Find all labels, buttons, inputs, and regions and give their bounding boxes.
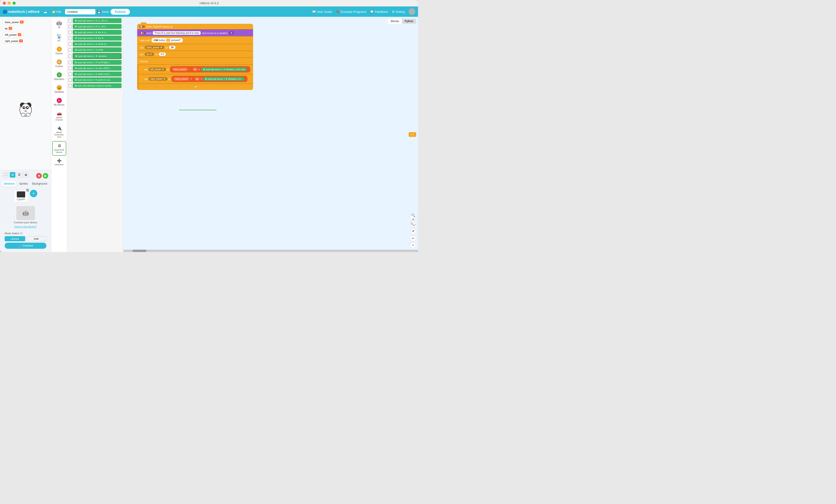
category-mbot2-chassis[interactable]: 🚗 mBot2 Chassis (52, 109, 66, 123)
block-check-2[interactable] (69, 31, 72, 34)
button-val[interactable]: B (166, 39, 170, 42)
go-button[interactable]: ▶ (43, 173, 48, 178)
setting-link[interactable]: ⚙ Setting (392, 10, 405, 14)
block-check-5[interactable] (69, 48, 72, 52)
user-guide-link[interactable]: 📖 User Guide (312, 10, 332, 14)
block-item-2[interactable]: 🖥 quad rgb sensor 1 ▼ line ▼ in... (73, 30, 121, 35)
variable-base-power[interactable]: base_power 0 (3, 20, 26, 24)
block-check-7[interactable] (69, 61, 72, 64)
publish-button[interactable]: Publish (111, 9, 130, 15)
category-quad-rgb[interactable]: 🖥 Quad RGB Sensor (52, 141, 66, 156)
block-check-0[interactable] (69, 19, 72, 22)
wait-block[interactable]: wait until button B pressed? (137, 36, 253, 44)
sensor-pill-1[interactable]: 🖥 quad rgb sensor 1 ▼ deviation (-100~10… (201, 67, 247, 71)
block-item-0[interactable]: 🖥 quad rgb sensor 1 ▼ L1, R1's li... (73, 18, 121, 23)
example-programs-link[interactable]: 🔖 Example Programs (336, 10, 366, 14)
category-mbot2-ext[interactable]: 🔌 mBot2 Extension Port (52, 124, 66, 140)
zoom-out-button[interactable]: 🔍- (410, 221, 416, 227)
multiply-expr-r[interactable]: kp × 🖥 quad rgb sensor 1 ▼ deviation (-1… (193, 76, 246, 81)
user-avatar[interactable] (408, 8, 415, 15)
print-message[interactable]: Press B to start line following and A to… (153, 31, 201, 35)
block-item-8[interactable]: 🖥 quad rgb sensor 1 ▼ turns off fill li.… (73, 66, 121, 71)
block-row-1: 🖥 quad rgb sensor 1 ▼ L1, R1's... (69, 24, 121, 29)
print-dropdown[interactable]: ▼ (229, 32, 234, 35)
math-expression-left[interactable]: base_power - kp × 🖥 quad rgb sensor 1 ▼ … (170, 66, 250, 73)
right-power-var-dropdown[interactable]: right_power ▼ (149, 77, 168, 81)
set-kp-block[interactable]: set kp ▼ to 0.5 (137, 51, 253, 57)
kp-value[interactable]: 0.5 (159, 53, 166, 56)
category-my-blocks[interactable]: fn My Blocks (52, 96, 66, 108)
hat-block[interactable]: when CyberPi starts up (137, 24, 253, 30)
block-item-5[interactable]: 🖥 quad rgb sensor 1 ▼ probe (73, 47, 121, 52)
block-item-4[interactable]: 🖥 quad rgb sensor 1 ▼ probe (1)... (73, 41, 121, 46)
hat-text: when CyberPi starts up (146, 25, 173, 28)
multiply-expr[interactable]: kp × 🖥 quad rgb sensor 1 ▼ deviation (-1… (191, 67, 248, 72)
base-power-value[interactable]: 30 (169, 46, 175, 49)
minimize-button[interactable] (8, 2, 11, 5)
block-check-11[interactable] (69, 84, 72, 88)
view-grid-2[interactable]: ⊞ (10, 172, 15, 178)
block-item-9[interactable]: 🖥 quad rgb sensor 1 ▼ define color t... (73, 72, 121, 76)
category-control[interactable]: 🔄 Control (52, 58, 66, 70)
add-device-button[interactable]: + (30, 190, 37, 197)
view-fullscreen[interactable]: ⛶ (3, 172, 9, 178)
close-button[interactable] (3, 2, 6, 5)
variable-kp[interactable]: kp 0 (3, 26, 14, 31)
block-check-4[interactable] (69, 42, 72, 46)
set-left-power-block[interactable]: set left_power ▼ to base_power - kp × 🖥 (137, 64, 253, 74)
block-item-1[interactable]: 🖥 quad rgb sensor 1 ▼ L1, R1's... (73, 24, 121, 29)
view-grid-4[interactable]: ⊞ (23, 172, 29, 178)
variable-left-power[interactable]: left_power 0 (3, 32, 23, 37)
block-check-1[interactable] (69, 25, 72, 28)
filename-input[interactable] (65, 9, 95, 15)
save-button[interactable]: 💾 Save (97, 10, 109, 14)
reset-view-button[interactable]: ↺ (410, 228, 416, 234)
category-events[interactable]: ⚡ Events (52, 45, 66, 57)
category-extension[interactable]: ➕ extension (52, 157, 66, 168)
category-variables[interactable]: 📦 Variables (52, 83, 66, 95)
scrollbar-thumb[interactable] (132, 250, 147, 252)
file-menu[interactable]: 📁 File (50, 9, 63, 15)
remove-device-button[interactable]: × (26, 189, 29, 192)
math-expression-right[interactable]: base_power + kp × 🖥 quad rgb sensor 1 ▼ … (171, 76, 248, 82)
block-check-3[interactable] (69, 37, 72, 40)
connect-button[interactable]: 🔗 Connect (5, 243, 46, 249)
tab-background[interactable]: Background (31, 181, 48, 187)
block-item-11[interactable]: 🖥 sets color detection mode to Standa... (73, 83, 121, 88)
print-block[interactable]: print Press B to start line following an… (137, 30, 253, 36)
category-iot[interactable]: 📡 IoT (52, 32, 66, 44)
block-item-3[interactable]: 🖥 quad rgb sensor 1 ▼ line ▼ (73, 36, 121, 41)
block-check-6[interactable] (69, 55, 72, 58)
block-check-8[interactable] (69, 67, 72, 70)
horizontal-scrollbar[interactable] (123, 250, 418, 252)
upload-mode-button[interactable]: Upload (5, 236, 25, 241)
left-power-var-dropdown[interactable]: left_power ▼ (149, 67, 166, 71)
variable-right-power[interactable]: right_power 0 (3, 38, 25, 43)
set-base-power-block[interactable]: set base_power ▼ to 30 (137, 44, 253, 51)
wait-condition[interactable]: button B pressed? (151, 38, 183, 42)
equals-button[interactable]: = (410, 242, 416, 248)
sensor-pill-2[interactable]: 🖥 quad rgb sensor 1 ▼ deviation (-10... (203, 77, 244, 81)
category-operators[interactable]: + Operators (52, 71, 66, 82)
block-item-7[interactable]: 🖥 quad rgb sensor 1 ▼ set fill light c..… (73, 60, 121, 65)
set-right-power-block[interactable]: set right_power ▼ to base_power + kp × 🖥 (137, 74, 253, 83)
feedback-link[interactable]: 💬 Feedback (370, 10, 388, 14)
undo-button[interactable]: ↩ (410, 235, 416, 241)
block-check-10[interactable] (69, 78, 72, 82)
tab-sprites[interactable]: Sprites (17, 181, 30, 187)
live-mode-button[interactable]: Live (26, 236, 47, 241)
tab-devices[interactable]: Devices (3, 181, 16, 187)
block-item-10[interactable]: 🖥 quad rgb sensor 1 ▼ performs cali... (73, 77, 121, 82)
zoom-in-button[interactable]: 🔍+ (410, 214, 416, 220)
base-power-var-dropdown[interactable]: base_power ▼ (145, 46, 164, 49)
block-item-6[interactable]: 🖥 quad rgb sensor 1 ▼ deviation (73, 53, 121, 59)
maximize-button[interactable] (13, 2, 16, 5)
block-check-9[interactable] (69, 73, 72, 76)
kp-var-dropdown[interactable]: kp ▼ (145, 53, 154, 56)
category-ai[interactable]: 🤖 AI (52, 18, 66, 31)
stop-button[interactable]: ■ (36, 173, 42, 178)
forever-block[interactable]: forever (137, 57, 253, 64)
view-list[interactable]: ☰ (16, 172, 22, 178)
to4-label: to (168, 78, 171, 80)
how-to-use-link[interactable]: How to use device? (15, 225, 37, 228)
